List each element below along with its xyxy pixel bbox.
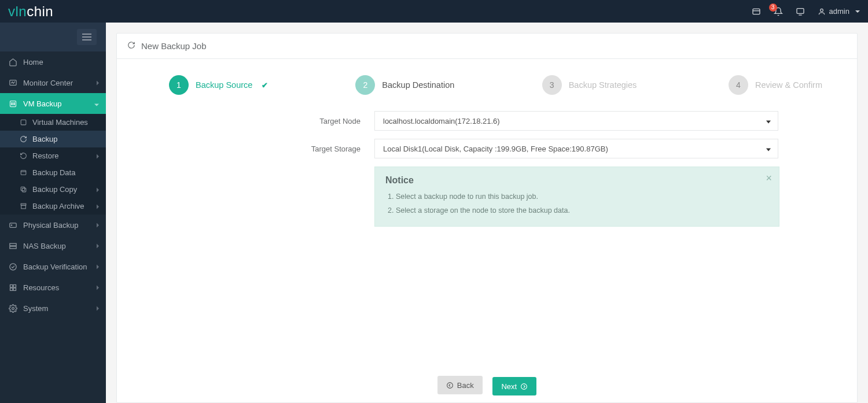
subitem-label: Restore	[32, 151, 59, 160]
subitem-backuparchive[interactable]: Backup Archive	[0, 198, 106, 215]
step-number: 2	[355, 75, 375, 95]
messages-icon[interactable]	[752, 7, 761, 16]
svg-rect-22	[13, 288, 16, 290]
hamburger-button[interactable]	[77, 29, 97, 45]
svg-rect-10	[22, 188, 26, 192]
notice-box: × Notice Select a backup node to run thi…	[374, 167, 779, 227]
data-icon	[20, 169, 28, 177]
svg-rect-16	[9, 243, 16, 246]
svg-rect-11	[21, 187, 25, 191]
vm-icon	[8, 99, 17, 108]
logo-rest: chin	[27, 3, 53, 19]
notice-item: Select a backup node to run this backup …	[396, 190, 768, 204]
select-target-storage[interactable]: Local Disk1(Local Disk, Capacity :199.9G…	[374, 139, 778, 158]
next-label: Next	[501, 382, 517, 391]
sidebar-label-physical: Physical Backup	[23, 221, 78, 230]
notice-list: Select a backup node to run this backup …	[385, 190, 768, 218]
topbar-right: 3 admin	[752, 7, 860, 16]
sidebar-label-system: System	[23, 304, 48, 313]
subitem-label: Backup Copy	[32, 185, 77, 194]
chevron-left-icon	[97, 304, 99, 313]
svg-rect-6	[10, 101, 16, 106]
select-target-node[interactable]: localhost.localdomain(172.18.21.6)	[374, 111, 778, 131]
resources-icon	[8, 283, 17, 292]
wizard-steps: 1 Backup Source ✔ 2 Backup Destination 3…	[117, 59, 857, 111]
select-value: localhost.localdomain(172.18.21.6)	[383, 117, 500, 125]
svg-rect-21	[10, 288, 12, 290]
sidebar-item-vmbackup[interactable]: VM Backup	[0, 93, 106, 114]
refresh-icon	[127, 41, 135, 51]
subitem-label: Virtual Machines	[32, 118, 88, 127]
step-review-confirm[interactable]: 4 Review & Confirm	[729, 75, 822, 95]
sidebar-item-physical[interactable]: Physical Backup	[0, 215, 106, 235]
sidebar-item-system[interactable]: System	[0, 298, 106, 319]
svg-point-24	[447, 382, 453, 388]
subitem-label: Backup Data	[32, 168, 75, 177]
back-label: Back	[457, 381, 474, 390]
username-label: admin	[829, 7, 849, 16]
chevron-left-icon	[97, 202, 99, 210]
card-header: New Backup Job	[117, 34, 857, 59]
fullscreen-icon[interactable]	[796, 7, 805, 16]
svg-point-15	[11, 224, 12, 225]
physical-icon	[8, 220, 17, 230]
svg-point-25	[521, 383, 527, 389]
notice-item: Select a storage on the node to store th…	[396, 204, 768, 218]
subitem-restore[interactable]: Restore	[0, 147, 106, 164]
subitem-virtualmachines[interactable]: Virtual Machines	[0, 114, 106, 131]
sidebar-label-home: Home	[23, 58, 43, 66]
verification-icon	[8, 262, 17, 271]
chevron-left-icon	[97, 185, 99, 194]
notifications-icon[interactable]: 3	[774, 7, 783, 16]
monitor-icon	[8, 78, 17, 87]
chevron-down-icon	[766, 145, 771, 153]
sidebar-item-home[interactable]: Home	[0, 51, 106, 72]
back-button[interactable]: Back	[437, 376, 483, 394]
svg-rect-0	[753, 9, 760, 14]
step-backup-source[interactable]: 1 Backup Source ✔	[169, 75, 355, 95]
logo-accent: vln	[8, 3, 27, 19]
row-target-storage: Target Storage Local Disk1(Local Disk, C…	[117, 139, 857, 158]
subitem-backupdata[interactable]: Backup Data	[0, 164, 106, 181]
step-backup-strategies[interactable]: 3 Backup Strategies	[542, 75, 729, 95]
sidebar-label-monitor: Monitor Center	[23, 79, 73, 87]
main-content: New Backup Job 1 Backup Source ✔ 2 Backu…	[106, 23, 868, 403]
chevron-left-icon	[97, 151, 99, 160]
step-backup-destination[interactable]: 2 Backup Destination	[355, 75, 542, 95]
sidebar-item-resources[interactable]: Resources	[0, 277, 106, 298]
step-number: 4	[729, 75, 748, 95]
user-menu[interactable]: admin	[818, 7, 860, 16]
label-target-node: Target Node	[117, 117, 374, 125]
svg-rect-2	[797, 8, 804, 13]
subitem-label: Backup Archive	[32, 202, 84, 210]
step-label: Backup Destination	[382, 80, 454, 90]
check-icon: ✔	[262, 81, 268, 90]
refresh-icon	[20, 135, 28, 143]
svg-point-23	[12, 307, 14, 309]
svg-rect-20	[13, 284, 16, 287]
sidebar-item-monitor[interactable]: Monitor Center	[0, 72, 106, 93]
sidebar-menu: Home Monitor Center VM Backup Virtual Ma…	[0, 51, 106, 319]
sidebar-item-verification[interactable]: Backup Verification	[0, 256, 106, 277]
chevron-left-icon	[97, 242, 99, 250]
copy-icon	[20, 186, 28, 194]
notice-title: Notice	[385, 175, 768, 186]
step-number: 3	[542, 75, 562, 95]
step-number: 1	[169, 75, 189, 95]
step-label: Review & Confirm	[755, 80, 822, 90]
notifications-badge: 3	[769, 3, 777, 12]
subitem-backupcopy[interactable]: Backup Copy	[0, 181, 106, 198]
wizard-card: New Backup Job 1 Backup Source ✔ 2 Backu…	[116, 33, 858, 403]
sidebar-label-verification: Backup Verification	[23, 262, 87, 271]
close-icon[interactable]: ×	[766, 173, 772, 183]
step-label: Backup Strategies	[569, 80, 637, 90]
logo[interactable]: vlnchin	[8, 0, 53, 23]
svg-rect-17	[9, 246, 16, 249]
svg-rect-14	[9, 223, 16, 227]
sidebar-label-nas: NAS Backup	[23, 242, 66, 250]
next-button[interactable]: Next	[492, 377, 536, 395]
sidebar-item-nas[interactable]: NAS Backup	[0, 235, 106, 256]
svg-point-4	[820, 9, 823, 12]
subitem-backup[interactable]: Backup	[0, 131, 106, 147]
svg-rect-8	[21, 170, 26, 175]
